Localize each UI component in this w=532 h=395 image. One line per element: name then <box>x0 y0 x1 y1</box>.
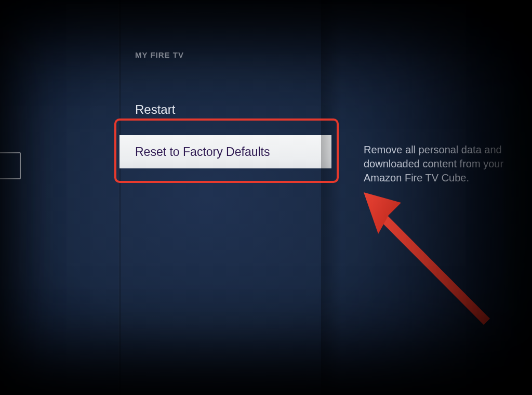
menu-item-restart[interactable]: Restart <box>135 102 175 117</box>
menu-item-label: Reset to Factory Defaults <box>135 145 270 159</box>
menu-column: MY FIRE TV Restart Reset to Factory Defa… <box>119 0 331 395</box>
svg-marker-1 <box>364 192 401 234</box>
menu-item-reset-to-factory-defaults[interactable]: Reset to Factory Defaults <box>119 135 331 168</box>
column-shadow <box>321 0 342 395</box>
item-description: Remove all personal data and downloaded … <box>364 143 520 185</box>
previous-menu-column: e TV <box>0 0 119 395</box>
section-title: MY FIRE TV <box>135 50 184 59</box>
previous-menu-focus-outline <box>0 152 21 179</box>
annotation-arrow-icon <box>358 187 494 333</box>
svg-marker-0 <box>378 212 490 325</box>
settings-screen: e TV MY FIRE TV Restart Reset to Factory… <box>0 0 532 395</box>
